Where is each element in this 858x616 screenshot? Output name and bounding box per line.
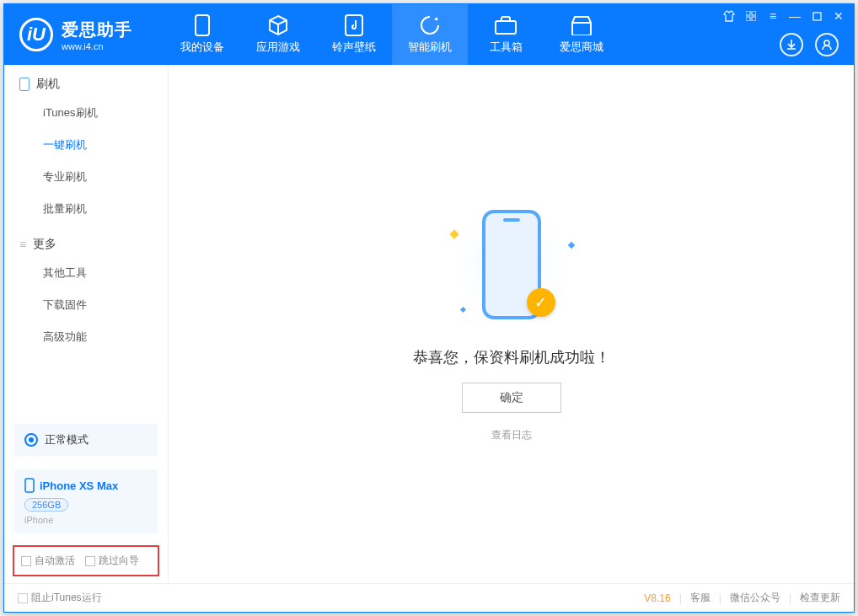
mode-indicator-icon <box>24 433 38 447</box>
checkbox-label: 阻止iTunes运行 <box>31 591 102 605</box>
sidebar-item-batch-flash[interactable]: 批量刷机 <box>4 193 168 225</box>
app-window: iU 爱思助手 www.i4.cn 我的设备 应用游戏 铃声壁纸 智能刷机 <box>3 3 855 613</box>
footer-link-update[interactable]: 检查更新 <box>800 591 840 605</box>
shop-icon <box>571 14 593 36</box>
svg-rect-6 <box>752 17 756 21</box>
device-box[interactable]: iPhone XS Max 256GB iPhone <box>14 469 158 533</box>
close-icon[interactable]: ✕ <box>832 9 845 23</box>
phone-icon <box>24 478 35 493</box>
music-file-icon <box>343 14 365 36</box>
tab-label: 工具箱 <box>490 40 523 55</box>
header-actions <box>780 33 839 56</box>
tab-label: 应用游戏 <box>256 40 300 55</box>
svg-rect-4 <box>752 11 756 15</box>
tab-label: 我的设备 <box>180 40 224 55</box>
device-name: iPhone XS Max <box>40 479 118 492</box>
options-row: 自动激活 跳过向导 <box>13 545 159 576</box>
success-illustration: ✓ <box>444 206 579 332</box>
checkbox-skip-wizard[interactable]: 跳过向导 <box>85 554 139 568</box>
header: iU 爱思助手 www.i4.cn 我的设备 应用游戏 铃声壁纸 智能刷机 <box>4 4 854 65</box>
success-text: 恭喜您，保资料刷机成功啦！ <box>413 347 610 367</box>
checkbox-label: 自动激活 <box>35 554 75 568</box>
check-badge-icon: ✓ <box>527 288 555 317</box>
footer-link-wechat[interactable]: 微信公众号 <box>730 591 780 605</box>
app-url: www.i4.cn <box>62 41 132 51</box>
footer: 阻止iTunes运行 V8.16 | 客服 | 微信公众号 | 检查更新 <box>4 583 854 612</box>
checkbox-auto-activate[interactable]: 自动激活 <box>21 554 75 568</box>
grid-icon[interactable] <box>744 9 758 23</box>
sidebar-item-onekey-flash[interactable]: 一键刷机 <box>4 129 168 161</box>
section-title-label: 刷机 <box>36 77 60 92</box>
tab-toolbox[interactable]: 工具箱 <box>468 4 544 65</box>
tshirt-icon[interactable] <box>722 9 736 23</box>
maximize-icon[interactable] <box>810 9 823 23</box>
svg-rect-5 <box>746 17 750 21</box>
svg-rect-3 <box>746 11 750 15</box>
mode-label: 正常模式 <box>45 432 88 447</box>
separator: | <box>719 592 721 604</box>
section-title-label: 更多 <box>33 237 56 252</box>
ok-button[interactable]: 确定 <box>462 383 561 413</box>
device-type: iPhone <box>24 515 147 525</box>
checkbox-icon <box>18 593 28 603</box>
phone-outline-icon <box>19 78 29 91</box>
tab-label: 智能刷机 <box>408 40 452 55</box>
checkbox-label: 跳过向导 <box>99 554 139 568</box>
version-label: V8.16 <box>644 592 670 604</box>
logo-area: iU 爱思助手 www.i4.cn <box>4 4 164 65</box>
mode-box[interactable]: 正常模式 <box>14 424 158 456</box>
tab-my-device[interactable]: 我的设备 <box>164 4 240 65</box>
checkbox-icon <box>85 556 95 566</box>
footer-link-support[interactable]: 客服 <box>690 591 711 605</box>
app-title: 爱思助手 <box>62 19 132 41</box>
footer-right: V8.16 | 客服 | 微信公众号 | 检查更新 <box>644 591 840 605</box>
svg-rect-0 <box>196 15 209 35</box>
tab-apps-games[interactable]: 应用游戏 <box>240 4 316 65</box>
download-button[interactable] <box>780 33 803 56</box>
sidebar-item-pro-flash[interactable]: 专业刷机 <box>4 161 168 193</box>
tab-label: 爱思商城 <box>560 40 603 55</box>
sidebar-item-download-firmware[interactable]: 下载固件 <box>4 289 168 321</box>
device-icon <box>191 14 213 36</box>
sparkle-icon <box>567 242 574 249</box>
device-name-row: iPhone XS Max <box>24 478 147 493</box>
logo-icon: iU <box>19 18 53 51</box>
separator: | <box>679 592 682 604</box>
tab-smart-flash[interactable]: 智能刷机 <box>392 4 468 65</box>
separator: | <box>789 592 791 604</box>
device-capacity: 256GB <box>24 498 68 512</box>
sidebar-section-flash: 刷机 <box>4 65 168 97</box>
sidebar-item-itunes-flash[interactable]: iTunes刷机 <box>4 97 168 129</box>
tab-label: 铃声壁纸 <box>332 40 376 55</box>
logo-text: 爱思助手 www.i4.cn <box>62 19 132 51</box>
checkbox-block-itunes[interactable]: 阻止iTunes运行 <box>18 591 102 605</box>
minimize-icon[interactable]: ― <box>788 9 802 23</box>
svg-rect-2 <box>496 21 516 34</box>
menu-icon[interactable]: ≡ <box>766 9 780 23</box>
checkbox-icon <box>21 556 31 566</box>
sidebar: 刷机 iTunes刷机 一键刷机 专业刷机 批量刷机 ≡ 更多 其他工具 下载固… <box>4 65 169 583</box>
view-log-link[interactable]: 查看日志 <box>491 428 532 442</box>
main-content: ✓ 恭喜您，保资料刷机成功啦！ 确定 查看日志 <box>169 65 854 583</box>
user-button[interactable] <box>815 33 839 56</box>
svg-point-8 <box>824 40 829 46</box>
tab-store[interactable]: 爱思商城 <box>544 4 619 65</box>
refresh-shield-icon <box>419 14 441 36</box>
svg-rect-7 <box>813 13 821 20</box>
sidebar-item-advanced[interactable]: 高级功能 <box>4 321 168 353</box>
body: 刷机 iTunes刷机 一键刷机 专业刷机 批量刷机 ≡ 更多 其他工具 下载固… <box>4 65 854 583</box>
sidebar-section-more: ≡ 更多 <box>4 225 168 257</box>
cube-icon <box>267 14 289 36</box>
more-icon: ≡ <box>19 238 26 251</box>
sparkle-icon <box>449 229 458 238</box>
nav-tabs: 我的设备 应用游戏 铃声壁纸 智能刷机 工具箱 爱思商城 <box>164 4 619 65</box>
sparkle-icon <box>459 307 465 313</box>
sidebar-item-other-tools[interactable]: 其他工具 <box>4 257 168 289</box>
tab-ringtone-wallpaper[interactable]: 铃声壁纸 <box>316 4 392 65</box>
svg-rect-9 <box>25 479 34 492</box>
toolbox-icon <box>495 14 517 36</box>
